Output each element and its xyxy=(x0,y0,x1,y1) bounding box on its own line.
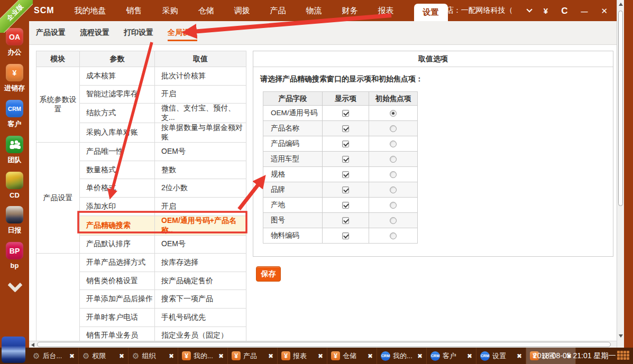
value-cell[interactable]: 搜索下一项产品 xyxy=(155,290,246,309)
subnav-tab-2[interactable]: 打印设置 xyxy=(124,25,153,41)
taskbar-close-icon[interactable] xyxy=(368,352,373,360)
scroll-left-arrow[interactable] xyxy=(31,343,34,347)
sidebar-item-CD[interactable]: CD xyxy=(0,172,29,199)
chevron-down-icon[interactable] xyxy=(526,6,532,12)
subnav-tab-1[interactable]: 流程设置 xyxy=(80,25,109,41)
display-checkbox-checked[interactable] xyxy=(342,171,349,178)
currency-icon[interactable] xyxy=(544,7,548,15)
nav-item-8[interactable]: 报表 xyxy=(378,6,394,16)
taskbar-item-6[interactable]: 仓储 xyxy=(327,348,377,364)
subnav-tab-0[interactable]: 产品设置 xyxy=(36,25,66,41)
display-checkbox-checked[interactable] xyxy=(342,125,349,132)
sidebar-item-bp[interactable]: BPbp xyxy=(0,242,29,269)
taskbar-close-icon[interactable] xyxy=(218,352,224,360)
minimize-icon[interactable] xyxy=(581,7,588,15)
param-cell[interactable]: 智能过滤零库存 xyxy=(80,85,155,104)
param-cell[interactable]: 数量格式 xyxy=(80,161,155,179)
focus-radio-unselected[interactable] xyxy=(390,141,397,147)
focus-radio-selected[interactable] xyxy=(390,110,397,117)
scroll-down-arrow[interactable] xyxy=(619,334,623,338)
display-checkbox-checked[interactable] xyxy=(342,217,349,224)
taskbar-item-3[interactable]: 我的... xyxy=(178,348,228,364)
value-cell[interactable]: OEM/通用号码+产品名称.. xyxy=(155,216,246,235)
close-icon[interactable] xyxy=(601,7,608,15)
app-grid-icon[interactable] xyxy=(617,351,629,361)
taskbar-close-icon[interactable] xyxy=(566,352,572,360)
focus-radio-unselected[interactable] xyxy=(390,186,397,193)
taskbar-close-icon[interactable] xyxy=(517,352,522,360)
settings-row[interactable]: 系统参数设置成本核算批次计价核算 xyxy=(36,67,246,86)
param-cell[interactable]: 添加水印 xyxy=(80,197,155,216)
sidebar-expand-chevron-icon[interactable] xyxy=(7,278,23,286)
nav-item-0[interactable]: 我的地盘 xyxy=(75,6,106,16)
value-cell[interactable]: OEM号 xyxy=(155,143,246,161)
vertical-scrollbar[interactable] xyxy=(617,0,624,348)
value-cell[interactable]: 批次计价核算 xyxy=(155,67,246,86)
param-cell[interactable]: 开单产品选择方式 xyxy=(80,254,155,272)
settings-row[interactable]: 产品设置产品唯一性OEM号 xyxy=(36,143,246,161)
param-cell[interactable]: 产品唯一性 xyxy=(80,143,155,161)
subnav-tab-global-settings-active[interactable]: 全局设置 xyxy=(168,25,197,41)
sidebar-item-团队[interactable]: 团队 xyxy=(0,136,29,165)
focus-radio-unselected[interactable] xyxy=(390,125,397,132)
taskbar-item-8[interactable]: 客户 xyxy=(427,348,476,364)
value-cell[interactable]: 整数 xyxy=(155,161,246,179)
nav-item-settings-active[interactable]: 设置 xyxy=(414,4,448,21)
sidebar-photo-thumbnail[interactable] xyxy=(2,337,25,363)
nav-item-3[interactable]: 仓储 xyxy=(198,6,214,16)
taskbar-close-icon[interactable] xyxy=(169,352,174,360)
horizontal-scrollbar-thumb[interactable] xyxy=(37,342,611,347)
param-cell[interactable]: 产品默认排序 xyxy=(80,235,155,254)
value-cell[interactable]: 开启 xyxy=(155,197,246,216)
taskbar-close-icon[interactable] xyxy=(318,352,323,360)
focus-radio-unselected[interactable] xyxy=(390,156,397,163)
display-checkbox-checked[interactable] xyxy=(342,141,349,147)
taskbar-item-0[interactable]: 后台... xyxy=(29,348,79,364)
branch-selector-label[interactable]: 分店：一配网络科技（ xyxy=(439,6,513,15)
taskbar-item-4[interactable]: 产品 xyxy=(228,348,278,364)
nav-item-6[interactable]: 物流 xyxy=(306,6,322,16)
param-cell[interactable]: 单价格式 xyxy=(80,179,155,198)
nav-item-2[interactable]: 采购 xyxy=(162,6,178,16)
sidebar-item-办公[interactable]: OA办公 xyxy=(0,28,29,57)
taskbar-item-2[interactable]: 组织 xyxy=(129,348,178,364)
sidebar-item-进销存[interactable]: ¥进销存 xyxy=(0,64,29,93)
taskbar-item-9[interactable]: 设置 xyxy=(476,348,526,364)
taskbar-close-icon[interactable] xyxy=(417,352,423,360)
focus-radio-unselected[interactable] xyxy=(390,171,397,178)
vertical-scrollbar-thumb[interactable] xyxy=(618,11,623,206)
taskbar-item-5[interactable]: 报表 xyxy=(278,348,327,364)
focus-radio-unselected[interactable] xyxy=(390,202,397,209)
nav-item-4[interactable]: 调拨 xyxy=(234,6,250,16)
taskbar-close-icon[interactable] xyxy=(268,352,273,360)
value-cell[interactable]: 2位小数 xyxy=(155,179,246,198)
taskbar-close-icon[interactable] xyxy=(119,352,124,360)
save-button[interactable]: 保存 xyxy=(256,266,281,282)
nav-item-5[interactable]: 产品 xyxy=(270,6,286,16)
display-checkbox-checked[interactable] xyxy=(342,156,349,163)
param-cell[interactable]: 结款方式 xyxy=(80,104,155,123)
value-cell[interactable]: 按单据数量与单据金额对账 xyxy=(155,123,246,143)
value-cell[interactable]: OEM号 xyxy=(155,235,246,254)
taskbar-close-icon[interactable] xyxy=(467,352,472,360)
nav-item-7[interactable]: 财务 xyxy=(342,6,358,16)
param-cell[interactable]: 销售类价格设置 xyxy=(80,272,155,290)
param-cell[interactable]: 开单时客户电话 xyxy=(80,308,155,326)
display-checkbox-checked[interactable] xyxy=(342,202,349,209)
taskbar-item-7[interactable]: 我的... xyxy=(377,348,427,364)
focus-radio-unselected[interactable] xyxy=(390,217,397,224)
sidebar-item-客户[interactable]: CRM客户 xyxy=(0,100,29,129)
value-cell[interactable]: 手机号码优先 xyxy=(155,308,246,326)
param-cell[interactable]: 销售开单业务员 xyxy=(80,326,155,341)
value-cell[interactable]: 按库存选择 xyxy=(155,254,246,272)
settings-row[interactable]: 单据设置开单产品选择方式按库存选择 xyxy=(36,254,246,272)
display-checkbox-checked[interactable] xyxy=(342,186,349,193)
display-checkbox-checked[interactable] xyxy=(342,110,349,117)
value-cell[interactable]: 指定业务员（固定） xyxy=(155,326,246,341)
taskbar-item-1[interactable]: 权限 xyxy=(79,348,129,364)
refresh-icon[interactable] xyxy=(561,6,567,15)
param-cell[interactable]: 开单添加产品后操作 xyxy=(80,290,155,309)
value-cell[interactable]: 按产品确定售价 xyxy=(155,272,246,290)
focus-radio-unselected[interactable] xyxy=(390,232,397,239)
scroll-up-arrow[interactable] xyxy=(619,3,623,6)
